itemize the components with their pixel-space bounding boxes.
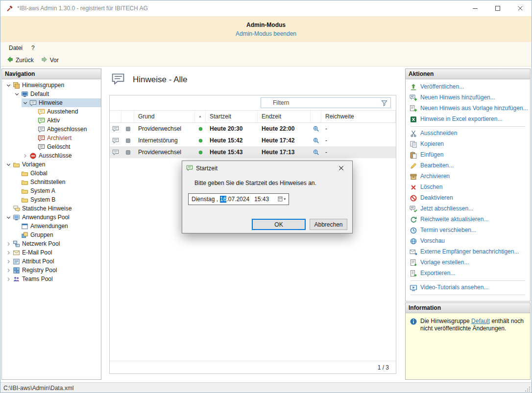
titlebar: *IBI-aws Admin 1.30.0 - registriert für … [0, 0, 532, 16]
table-row[interactable]: InternetstörungHeute 15:42Heute 17:42- [110, 135, 396, 146]
header-reichweite[interactable]: Reichweite [321, 111, 396, 122]
action-video-tutorials-ansehen[interactable]: Video-Tutorials ansehen... [406, 282, 530, 293]
minimize-button[interactable] [464, 0, 486, 16]
menu-item-help[interactable]: ? [27, 43, 39, 53]
chevron-down-icon[interactable] [5, 82, 12, 89]
action-kopieren[interactable]: Kopieren [406, 139, 530, 150]
dialog-titlebar[interactable]: Startzeit [182, 161, 352, 176]
header-endzeit[interactable]: Endzeit [258, 111, 311, 122]
tree-item-ausstehend[interactable]: Ausstehend [2, 107, 101, 116]
admin-mode-exit-link[interactable]: Admin-Modus beenden [236, 30, 296, 37]
maximize-button[interactable] [486, 0, 509, 16]
divider [411, 295, 525, 295]
action-neuen-hinweis-aus-vorlage-hinzufuegen[interactable]: Neuen Hinweis aus Vorlage hinzufügen... [406, 103, 530, 114]
action-vorschau[interactable]: Vorschau [406, 236, 530, 247]
action-ausschneiden[interactable]: Ausschneiden [406, 128, 530, 139]
chevron-right-icon[interactable] [22, 153, 29, 159]
filter-input[interactable]: Filtern [261, 97, 391, 108]
tree-item-default[interactable]: Default [2, 90, 101, 98]
cancel-button[interactable]: Abbrechen [310, 219, 347, 230]
action-veroeffentlichen[interactable]: Veröffentlichen... [406, 82, 530, 92]
action-einfuegen[interactable]: Einfügen [406, 150, 530, 161]
action-deaktivieren[interactable]: Deaktivieren [406, 193, 530, 204]
action-jetzt-abschliessen[interactable]: Jetzt abschliessen... [406, 204, 530, 214]
ok-button[interactable]: OK [252, 219, 306, 230]
tree-item-geloescht[interactable]: Gelöscht [2, 142, 101, 151]
tree-item-ausschluesse[interactable]: Ausschlüsse [2, 151, 101, 160]
tree-item-teams-pool[interactable]: Teams Pool [2, 275, 101, 283]
tree-item-hinweisgruppen[interactable]: Hinweisgruppen [2, 81, 101, 90]
action-vorlage-erstellen[interactable]: Vorlage erstellen... [406, 257, 530, 268]
tree-item-system-b[interactable]: System B [2, 195, 101, 204]
tree-item-netzwerk-pool[interactable]: Netzwerk Pool [2, 239, 101, 248]
dialog-close-button[interactable] [330, 161, 352, 175]
header-reach-icon-col[interactable] [311, 111, 321, 122]
chevron-spacer [14, 232, 21, 238]
tree-item-schnittstellen[interactable]: Schnittstellen [2, 178, 101, 186]
menu-item-datei[interactable]: Datei [4, 43, 27, 53]
tree-item-attribut-pool[interactable]: Attribut Pool [2, 257, 101, 266]
tree-item-abgeschlossen[interactable]: Abgeschlossen [2, 125, 101, 134]
delete-icon [410, 184, 417, 191]
tree-item-system-a[interactable]: System A [2, 186, 101, 195]
archive-icon [410, 173, 417, 181]
forward-arrow-icon [41, 56, 48, 65]
action-bearbeiten[interactable]: Bearbeiten... [406, 161, 530, 171]
cell-reichweite: - [321, 125, 396, 132]
tree-item-statische-hinweise[interactable]: Statische Hinweise [2, 204, 101, 213]
close-button[interactable] [509, 0, 532, 16]
notify-external-icon [410, 248, 417, 256]
filter-funnel-icon[interactable] [381, 99, 388, 107]
tree-item-registry-pool[interactable]: Registry Pool [2, 266, 101, 275]
action-exportieren[interactable]: Exportieren... [406, 268, 530, 279]
actions-panel: Aktionen Veröffentlichen...Neuen Hinweis… [405, 69, 531, 301]
tree-item-e-mail-pool[interactable]: E-Mail Pool [2, 248, 101, 257]
chevron-right-icon[interactable] [5, 241, 12, 247]
chevron-right-icon[interactable] [5, 267, 12, 274]
action-hinweise-in-excel-exportieren[interactable]: Hinweise in Excel exportieren... [406, 114, 530, 125]
table-row[interactable]: ProviderwechselHeute 20:30Heute 22:00- [110, 123, 396, 135]
startzeit-datetime-field[interactable]: Dienstag ,16.07.202415:43 [188, 193, 289, 205]
chevron-down-icon[interactable] [5, 162, 12, 168]
tree-item-hinweise[interactable]: Hinweise [2, 98, 101, 107]
navigation-panel: Navigation HinweisgruppenDefaultHinweise… [1, 69, 101, 380]
action-label: Neuen Hinweis hinzufügen... [420, 94, 495, 101]
chevron-right-icon[interactable] [5, 258, 12, 265]
chevron-down-icon[interactable] [22, 100, 29, 106]
tree-item-gruppen[interactable]: Gruppen [2, 231, 101, 239]
sort-asc-icon[interactable] [195, 111, 206, 122]
attribute-pool-icon [13, 258, 20, 265]
resize-grip-icon[interactable] [525, 386, 531, 392]
action-loeschen[interactable]: Löschen [406, 182, 530, 193]
table-row[interactable]: ProviderwechselHeute 15:43Heute 17:13- [110, 146, 396, 158]
statusbar: C:\IBI-aws\Admin\Data.xml [0, 382, 532, 393]
header-hint-icon-col[interactable] [110, 111, 121, 122]
tree-item-archiviert[interactable]: Archiviert [2, 134, 101, 142]
chevron-right-icon[interactable] [5, 276, 12, 282]
forward-button[interactable]: Vor [38, 55, 62, 66]
forward-button-label: Vor [50, 57, 59, 64]
tree-item-global[interactable]: Global [2, 169, 101, 178]
back-button[interactable]: Zurück [3, 55, 37, 66]
static-hints-icon [13, 205, 20, 212]
action-archivieren[interactable]: Archivieren [406, 171, 530, 182]
calendar-dropdown-button[interactable] [276, 194, 289, 205]
tree-item-anwendungen[interactable]: Anwendungen [2, 222, 101, 231]
tree-item-vorlagen[interactable]: Vorlagen [2, 160, 101, 169]
header-state-icon-col[interactable] [121, 111, 134, 122]
tree-item-anwendungs-pool[interactable]: Anwendungs Pool [2, 213, 101, 222]
action-externe-empfaenger-benachrichtigen[interactable]: Externe Empfänger benachrichtigen... [406, 247, 530, 257]
tree-item-label: Default [30, 91, 49, 97]
chevron-down-icon[interactable] [5, 214, 12, 221]
header-grund[interactable]: Grund [134, 111, 195, 122]
header-startzeit[interactable]: Startzeit [206, 111, 258, 122]
default-group-link[interactable]: Default [471, 318, 490, 324]
action-termin-verschieben[interactable]: Termin verschieben... [406, 225, 530, 236]
action-label: Exportieren... [420, 270, 455, 277]
copy-icon [410, 140, 417, 148]
chevron-right-icon[interactable] [5, 250, 12, 256]
action-reichweite-aktualisieren[interactable]: Reichweite aktualisieren... [406, 214, 530, 225]
tree-item-aktiv[interactable]: Aktiv [2, 116, 101, 125]
action-neuen-hinweis-hinzufuegen[interactable]: Neuen Hinweis hinzufügen... [406, 92, 530, 103]
chevron-down-icon[interactable] [14, 91, 21, 97]
